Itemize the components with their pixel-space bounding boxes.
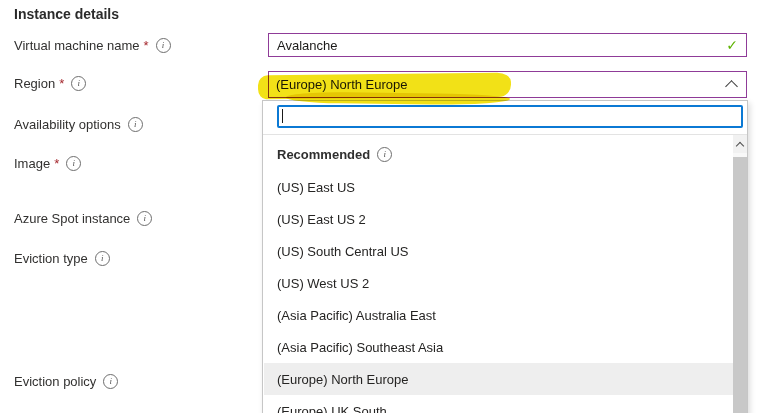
dropdown-option-australia-east[interactable]: (Asia Pacific) Australia East xyxy=(264,299,733,331)
region-combobox[interactable]: (Europe) North Europe xyxy=(268,71,747,98)
dropdown-option-west-us-2[interactable]: (US) West US 2 xyxy=(264,267,733,299)
virtual-machine-name-input[interactable] xyxy=(277,38,720,53)
field-label-image: Image * i xyxy=(14,153,81,173)
info-icon[interactable]: i xyxy=(103,374,118,389)
info-icon[interactable]: i xyxy=(71,76,86,91)
virtual-machine-name-field[interactable]: ✓ xyxy=(268,33,747,57)
info-icon[interactable]: i xyxy=(377,147,392,162)
text-caret xyxy=(282,109,283,123)
info-icon[interactable]: i xyxy=(137,211,152,226)
scrollbar-thumb[interactable] xyxy=(733,157,747,413)
field-label-text: Availability options xyxy=(14,117,121,132)
field-label-text: Eviction policy xyxy=(14,374,96,389)
field-label-text: Virtual machine name xyxy=(14,38,140,53)
dropdown-option-southeast-asia[interactable]: (Asia Pacific) Southeast Asia xyxy=(264,331,733,363)
required-marker: * xyxy=(59,76,64,91)
field-label-text: Eviction type xyxy=(14,251,88,266)
required-marker: * xyxy=(54,156,59,171)
dropdown-option-north-europe[interactable]: (Europe) North Europe xyxy=(264,363,733,395)
dropdown-option-south-central-us[interactable]: (US) South Central US xyxy=(264,235,733,267)
dropdown-option-east-us[interactable]: (US) East US xyxy=(264,171,733,203)
field-label-text: Azure Spot instance xyxy=(14,211,130,226)
region-search-input[interactable] xyxy=(277,105,743,128)
dropdown-option-east-us-2[interactable]: (US) East US 2 xyxy=(264,203,733,235)
field-label-region: Region * i xyxy=(14,73,86,93)
scroll-up-arrow-icon xyxy=(736,141,744,149)
field-label-virtual-machine-name: Virtual machine name * i xyxy=(14,35,171,55)
info-icon[interactable]: i xyxy=(66,156,81,171)
divider xyxy=(263,134,747,135)
group-header-text: Recommended xyxy=(277,147,370,162)
section-title: Instance details xyxy=(14,6,119,22)
dropdown-scrollbar[interactable] xyxy=(733,135,747,413)
info-icon[interactable]: i xyxy=(156,38,171,53)
region-combobox-value: (Europe) North Europe xyxy=(276,77,408,92)
required-marker: * xyxy=(144,38,149,53)
field-label-availability-options: Availability options i xyxy=(14,114,143,134)
field-label-azure-spot-instance: Azure Spot instance i xyxy=(14,208,152,228)
field-label-eviction-type: Eviction type i xyxy=(14,248,110,268)
chevron-up-icon xyxy=(725,80,738,93)
region-dropdown-panel: Recommended i (US) East US (US) East US … xyxy=(262,100,748,413)
info-icon[interactable]: i xyxy=(95,251,110,266)
info-icon[interactable]: i xyxy=(128,117,143,132)
validation-check-icon: ✓ xyxy=(726,37,738,53)
dropdown-group-header: Recommended i xyxy=(264,139,732,169)
field-label-eviction-policy: Eviction policy i xyxy=(14,371,118,391)
scrollbar-up-button[interactable] xyxy=(733,135,747,153)
field-label-text: Region xyxy=(14,76,55,91)
dropdown-option-uk-south[interactable]: (Europe) UK South xyxy=(264,395,733,413)
field-label-text: Image xyxy=(14,156,50,171)
